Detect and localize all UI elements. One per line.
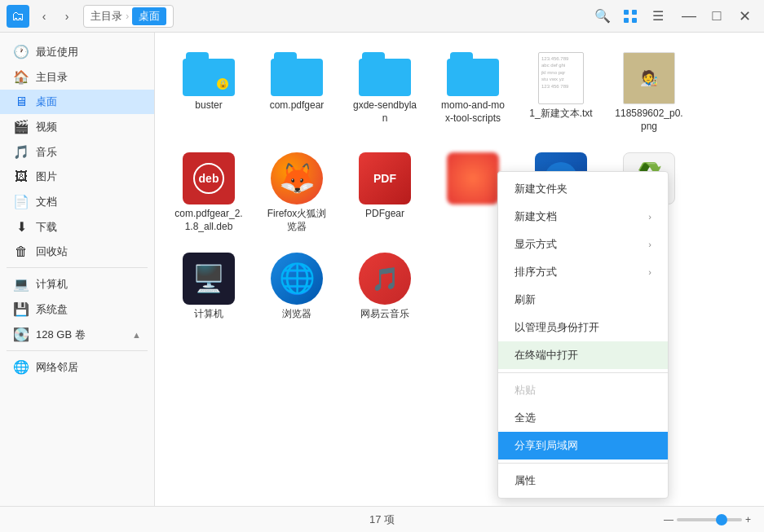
list-view-button[interactable]: ☰	[647, 5, 669, 28]
zoom-out-icon[interactable]: —	[664, 514, 673, 525]
breadcrumb-active[interactable]: 桌面	[132, 7, 166, 25]
sidebar-label-downloads: 下载	[36, 220, 57, 235]
ctx-paste-label: 粘贴	[514, 383, 536, 398]
list-item[interactable]: 123.456.789abc def ghijkl mno pqrstu vwx…	[520, 46, 602, 139]
list-item[interactable]: 🌐 浏览器	[256, 246, 338, 328]
sidebar-label-trash: 回收站	[36, 244, 68, 259]
titlebar: 🗂 ‹ › 主目录 › 桌面 🔍 ☰ — □ ✕	[0, 0, 764, 33]
ctx-arrow: ›	[648, 212, 651, 222]
file-label: 118589602_p0.png	[615, 108, 683, 133]
txt-file-icon: 123.456.789abc def ghijkl mno pqrstu vwx…	[538, 52, 584, 104]
sidebar-item-pictures[interactable]: 🖼 图片	[0, 165, 154, 189]
grid-view-button[interactable]	[619, 5, 642, 28]
file-grid: 🔒 buster com.pdfgear gxde-sendbylan	[155, 33, 764, 341]
sidebar-item-home[interactable]: 🏠 主目录	[0, 64, 154, 90]
list-item[interactable]: gxde-sendbylan	[344, 46, 426, 139]
network-icon: 🌐	[13, 359, 29, 375]
sidebar-item-network[interactable]: 🌐 网络邻居	[0, 354, 154, 380]
list-item[interactable]: 🧑‍🎨 118589602_p0.png	[608, 46, 690, 139]
ctx-divider-2	[498, 463, 668, 464]
ctx-open-terminal-label: 在终端中打开	[514, 348, 578, 363]
zoom-in-icon[interactable]: +	[745, 514, 751, 525]
ctx-display-mode[interactable]: 显示方式 ›	[498, 231, 668, 258]
ctx-open-as-admin[interactable]: 以管理员身份打开	[498, 314, 668, 341]
file-count: 17 项	[369, 512, 395, 527]
sidebar-label-recent: 最近使用	[36, 45, 78, 59]
ctx-sort[interactable]: 排序方式 ›	[498, 258, 668, 286]
sidebar-label-computer: 计算机	[36, 277, 68, 292]
downloads-icon: ⬇	[13, 219, 29, 235]
toolbar-actions: 🔍 ☰	[591, 5, 669, 28]
minimize-button[interactable]: —	[676, 3, 702, 29]
sidebar-item-system-disk[interactable]: 💾 系统盘	[0, 297, 154, 322]
maximize-button[interactable]: □	[704, 3, 730, 29]
ctx-new-doc[interactable]: 新建文档 ›	[498, 203, 668, 231]
sidebar-divider	[7, 267, 148, 268]
svg-text:deb: deb	[199, 172, 219, 185]
ctx-share-lan-label: 分享到局域网	[514, 438, 578, 453]
file-label: com.pdfgear	[270, 99, 325, 112]
trash-icon: 🗑	[13, 244, 29, 259]
search-button[interactable]: 🔍	[591, 5, 614, 28]
pdfgear-icon: PDF	[359, 152, 411, 204]
sidebar-item-recent[interactable]: 🕐 最近使用	[0, 39, 154, 64]
ctx-new-doc-label: 新建文档	[514, 209, 557, 224]
ctx-properties-label: 属性	[514, 473, 536, 488]
file-label: PDFgear	[365, 208, 404, 221]
folder-locked-icon: 🔒	[183, 52, 235, 96]
svg-rect-2	[624, 18, 629, 23]
svg-rect-3	[632, 18, 637, 23]
sidebar-label-home: 主目录	[36, 70, 68, 85]
ctx-paste: 粘贴	[498, 376, 668, 404]
file-label: com.pdfgear_2.1.8_all.deb	[174, 208, 243, 233]
statusbar: 17 项 — +	[0, 506, 764, 532]
zoom-slider[interactable]	[677, 518, 742, 521]
sidebar-label-network: 网络邻居	[36, 360, 78, 375]
blurred-icon	[447, 152, 499, 204]
sidebar-item-music[interactable]: 🎵 音乐	[0, 139, 154, 165]
file-label: 1_新建文本.txt	[529, 108, 592, 121]
png-file-icon: 🧑‍🎨	[623, 52, 675, 104]
sidebar-item-desktop[interactable]: 🖥 桌面	[0, 90, 154, 114]
video-icon: 🎬	[13, 119, 29, 134]
sidebar-item-documents[interactable]: 📄 文档	[0, 189, 154, 214]
folder-icon	[447, 52, 499, 96]
list-item[interactable]: PDF PDFgear	[344, 146, 426, 240]
file-label: momo-and-mox-tool-scripts	[439, 99, 507, 125]
ctx-refresh[interactable]: 刷新	[498, 286, 668, 314]
sidebar-item-downloads[interactable]: ⬇ 下载	[0, 214, 154, 240]
close-button[interactable]: ✕	[731, 3, 757, 29]
lock-icon: 🔒	[217, 78, 228, 90]
sidebar-item-video[interactable]: 🎬 视频	[0, 114, 154, 139]
list-item[interactable]: 🦊 Firefox火狐浏览器	[256, 146, 338, 240]
ctx-open-terminal[interactable]: 在终端中打开	[498, 341, 668, 369]
system-disk-icon: 💾	[13, 301, 29, 317]
ctx-properties[interactable]: 属性	[498, 467, 668, 495]
forward-button[interactable]: ›	[57, 7, 77, 26]
ctx-select-all[interactable]: 全选	[498, 404, 668, 432]
list-item[interactable]: momo-and-mox-tool-scripts	[432, 46, 514, 139]
list-item[interactable]: 🔒 buster	[168, 46, 250, 139]
sidebar-label-128gb: 128 GB 卷	[36, 328, 86, 342]
sidebar-label-desktop: 桌面	[36, 95, 57, 109]
sidebar-item-computer[interactable]: 💻 计算机	[0, 271, 154, 297]
file-label: buster	[195, 99, 222, 112]
list-item[interactable]: 🎵 网易云音乐	[344, 246, 426, 328]
window-controls: — □ ✕	[676, 3, 757, 29]
svg-rect-1	[632, 10, 637, 15]
file-label: 浏览器	[282, 308, 311, 321]
ctx-share-lan[interactable]: 分享到局域网	[498, 432, 668, 459]
nav-buttons: ‹ ›	[34, 7, 77, 26]
list-item[interactable]: 🖥️ 计算机	[168, 246, 250, 328]
breadcrumb-home[interactable]: 主目录	[91, 9, 122, 24]
list-item[interactable]: com.pdfgear	[256, 46, 338, 139]
list-item[interactable]: deb com.pdfgear_2.1.8_all.deb	[168, 146, 250, 240]
eject-icon[interactable]: ▲	[132, 330, 141, 340]
back-button[interactable]: ‹	[34, 7, 54, 26]
sidebar-item-trash[interactable]: 🗑 回收站	[0, 240, 154, 264]
sidebar: 🕐 最近使用 🏠 主目录 🖥 桌面 🎬 视频 🎵 音乐 🖼 图片 📄 文档 ⬇	[0, 33, 155, 506]
sidebar-item-128gb[interactable]: 💽 128 GB 卷 ▲	[0, 322, 154, 347]
ctx-new-folder[interactable]: 新建文件夹	[498, 175, 668, 203]
ctx-divider-1	[498, 372, 668, 373]
ctx-sort-label: 排序方式	[514, 265, 557, 279]
